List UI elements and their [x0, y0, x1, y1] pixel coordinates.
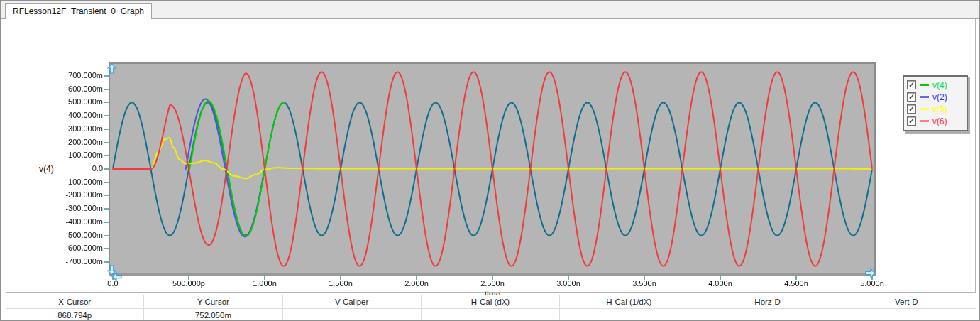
- cursor-col-header: H-Cal (dX): [422, 295, 560, 309]
- scroll-right-icon[interactable]: [865, 268, 876, 278]
- grapher-window: RFLesson12F_Transient_0_Graph v(4) time …: [0, 0, 980, 321]
- x-tick-label: 4.500n: [766, 279, 826, 288]
- cursor-value: [283, 309, 422, 321]
- y-tick-mark: [104, 208, 109, 210]
- cursor-col-header: H-Cal (1/dX): [560, 295, 698, 309]
- waveform-canvas[interactable]: [110, 64, 874, 274]
- y-tick-mark: [104, 155, 109, 156]
- y-tick-label: 300.000m: [40, 124, 103, 133]
- legend-dash-v6: [920, 120, 929, 122]
- x-tick-label: 2.000n: [387, 279, 446, 288]
- legend-checkbox-v4[interactable]: ✓: [907, 80, 916, 89]
- cursor-value: [560, 309, 698, 321]
- y-tick-mark: [104, 222, 109, 223]
- y-tick-label: 100.000m: [40, 151, 103, 159]
- y-tick-label: 500.000m: [40, 97, 103, 106]
- y-tick-mark: [104, 102, 109, 103]
- legend-label-v5: v(5): [932, 104, 947, 114]
- cursor-col-header: Y-Cursor: [144, 295, 282, 309]
- legend-checkbox-v6[interactable]: ✓: [907, 116, 916, 126]
- x-tick-label: 2.500n: [463, 279, 522, 288]
- y-tick-mark: [104, 89, 109, 90]
- y-tick-label: 0.0: [40, 164, 103, 173]
- legend-checkbox-v2[interactable]: ✓: [907, 92, 916, 102]
- legend-label-v4: v(4): [932, 80, 947, 90]
- x-tick-label: 0.0: [83, 279, 143, 288]
- cursor-col-header: V-Caliper: [283, 295, 422, 309]
- legend-checkbox-v5[interactable]: ✓: [907, 104, 916, 114]
- cursor-col-header: Vert-D: [837, 295, 976, 309]
- legend-row-v5: ✓ v(5): [907, 103, 964, 115]
- x-tick-label: 1.500n: [311, 279, 370, 288]
- scroll-up-icon[interactable]: [107, 63, 116, 74]
- legend-box: ✓ v(4) ✓ v(2) ✓ v(5) ✓ v(6): [903, 75, 968, 131]
- y-tick-mark: [104, 129, 109, 130]
- x-tick-label: 4.000n: [690, 279, 750, 288]
- x-tick-label: 3.000n: [539, 279, 598, 288]
- tab-transient-graph[interactable]: RFLesson12F_Transient_0_Graph: [5, 3, 152, 19]
- cursor-value: [698, 309, 837, 321]
- x-tick-label: 500.000p: [159, 279, 219, 288]
- y-tick-mark: [104, 195, 109, 196]
- legend-row-v4: ✓ v(4): [907, 79, 964, 91]
- y-tick-label: -200.000m: [40, 190, 103, 199]
- y-tick-mark: [104, 142, 109, 143]
- legend-label-v6: v(6): [932, 116, 947, 126]
- cursor-value: 752.050m: [144, 309, 282, 321]
- y-tick-mark: [104, 115, 109, 116]
- legend-label-v2: v(2): [932, 92, 947, 102]
- y-tick-label: 700.000m: [40, 71, 103, 80]
- x-tick-label: 5.000n: [842, 279, 902, 288]
- cursor-col-header: Horz-D: [698, 295, 837, 309]
- y-tick-label: -500.000m: [40, 231, 103, 239]
- y-tick-mark: [104, 182, 109, 183]
- y-tick-label: -100.000m: [40, 178, 103, 186]
- y-tick-label: -700.000m: [40, 257, 103, 266]
- y-tick-label: -600.000m: [40, 244, 103, 252]
- y-tick-mark: [104, 168, 109, 170]
- graph-page: v(4) time ✓ v(4) ✓ v(2): [6, 19, 976, 293]
- legend-row-v2: ✓ v(2): [907, 91, 964, 103]
- legend-row-v6: ✓ v(6): [907, 115, 964, 127]
- y-tick-label: 200.000m: [40, 138, 103, 146]
- y-tick-label: 400.000m: [40, 111, 103, 119]
- y-tick-mark: [104, 235, 109, 236]
- y-tick-mark: [104, 248, 109, 249]
- y-tick-mark: [104, 75, 109, 77]
- x-tick-label: 1.000n: [235, 279, 294, 288]
- y-tick-mark: [104, 261, 109, 263]
- cursor-value: [422, 309, 560, 321]
- cursor-value: [837, 309, 976, 321]
- legend-dash-v2: [920, 96, 929, 98]
- y-tick-label: -400.000m: [40, 217, 103, 226]
- tab-strip: RFLesson12F_Transient_0_Graph: [1, 1, 979, 19]
- cursor-readout-table: X-Cursor Y-Cursor V-Caliper H-Cal (dX) H…: [6, 295, 976, 321]
- cursor-col-header: X-Cursor: [6, 295, 144, 309]
- cursor-value: 868.794p: [6, 309, 144, 321]
- legend-dash-v4: [920, 84, 929, 86]
- y-tick-label: -300.000m: [40, 204, 103, 212]
- legend-dash-v5: [920, 108, 929, 110]
- x-tick-label: 3.500n: [615, 279, 674, 288]
- y-tick-label: 600.000m: [40, 85, 103, 93]
